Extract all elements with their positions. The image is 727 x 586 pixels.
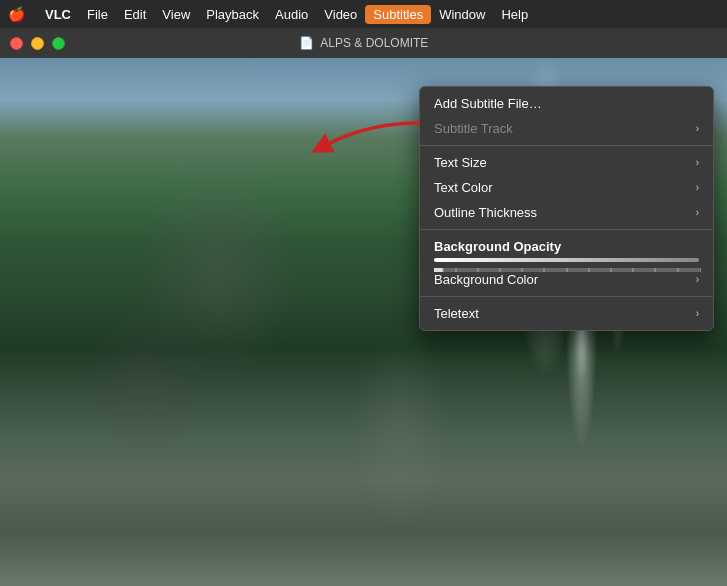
- menubar-item-file[interactable]: File: [79, 5, 116, 24]
- menubar-item-vlc[interactable]: VLC: [37, 5, 79, 24]
- menu-item-text-color[interactable]: Text Color ›: [420, 175, 713, 200]
- menubar-item-audio[interactable]: Audio: [267, 5, 316, 24]
- separator-1: [420, 145, 713, 146]
- menu-item-background-opacity: Background Opacity: [420, 234, 713, 256]
- document-icon: 📄: [299, 36, 314, 50]
- background-opacity-label: Background Opacity: [434, 239, 561, 254]
- window-title-text: ALPS & DOLOMITE: [320, 36, 428, 50]
- chevron-right-icon: ›: [696, 182, 699, 193]
- separator-2: [420, 229, 713, 230]
- menubar-item-video[interactable]: Video: [316, 5, 365, 24]
- teletext-label: Teletext: [434, 306, 479, 321]
- close-button[interactable]: [10, 37, 23, 50]
- menu-item-subtitle-track[interactable]: Subtitle Track ›: [420, 116, 713, 141]
- video-player[interactable]: Add Subtitle File… Subtitle Track › Text…: [0, 58, 727, 586]
- text-size-label: Text Size: [434, 155, 487, 170]
- apple-logo-icon[interactable]: 🍎: [8, 6, 25, 22]
- outline-thickness-label: Outline Thickness: [434, 205, 537, 220]
- menu-item-outline-thickness[interactable]: Outline Thickness ›: [420, 200, 713, 225]
- subtitles-dropdown-menu: Add Subtitle File… Subtitle Track › Text…: [419, 86, 714, 331]
- maximize-button[interactable]: [52, 37, 65, 50]
- menu-item-text-size[interactable]: Text Size ›: [420, 150, 713, 175]
- window-titlebar: 📄 ALPS & DOLOMITE: [0, 28, 727, 58]
- menubar-item-help[interactable]: Help: [493, 5, 536, 24]
- background-opacity-slider[interactable]: [434, 258, 699, 262]
- add-subtitle-file-label: Add Subtitle File…: [434, 96, 542, 111]
- text-color-label: Text Color: [434, 180, 493, 195]
- chevron-right-icon: ›: [696, 207, 699, 218]
- chevron-right-icon: ›: [696, 123, 699, 134]
- menubar-item-playback[interactable]: Playback: [198, 5, 267, 24]
- chevron-right-icon: ›: [696, 157, 699, 168]
- menubar: 🍎 VLC File Edit View Playback Audio Vide…: [0, 0, 727, 28]
- background-color-label: Background Color: [434, 272, 538, 287]
- menubar-item-subtitles[interactable]: Subtitles: [365, 5, 431, 24]
- separator-3: [420, 296, 713, 297]
- subtitle-track-label: Subtitle Track: [434, 121, 513, 136]
- menubar-item-view[interactable]: View: [154, 5, 198, 24]
- menu-item-background-color[interactable]: Background Color ›: [420, 267, 713, 292]
- chevron-right-icon: ›: [696, 274, 699, 285]
- menubar-item-edit[interactable]: Edit: [116, 5, 154, 24]
- window-title: 📄 ALPS & DOLOMITE: [299, 36, 429, 50]
- menu-item-add-subtitle-file[interactable]: Add Subtitle File…: [420, 91, 713, 116]
- background-opacity-slider-container[interactable]: [420, 256, 713, 267]
- chevron-right-icon: ›: [696, 308, 699, 319]
- menu-item-teletext[interactable]: Teletext ›: [420, 301, 713, 326]
- minimize-button[interactable]: [31, 37, 44, 50]
- menubar-item-window[interactable]: Window: [431, 5, 493, 24]
